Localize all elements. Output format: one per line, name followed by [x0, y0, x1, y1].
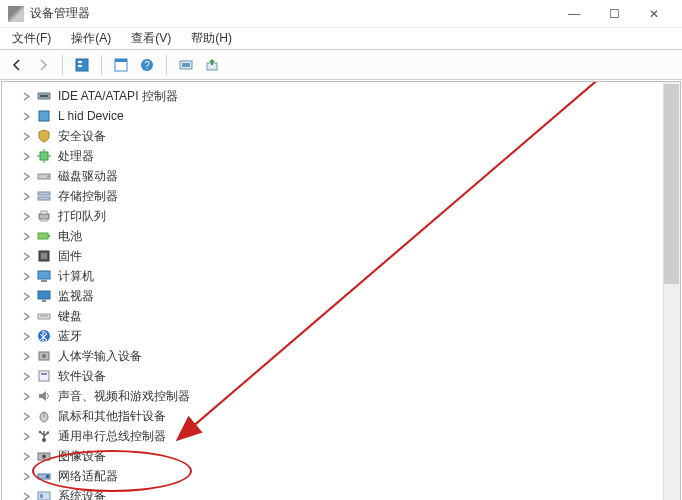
svg-rect-28	[41, 253, 47, 259]
back-button[interactable]	[6, 54, 28, 76]
storage-controller-icon	[36, 188, 52, 204]
update-driver-button[interactable]	[201, 54, 223, 76]
expand-toggle[interactable]	[20, 310, 32, 322]
imaging-device-icon	[36, 448, 52, 464]
scan-button[interactable]	[175, 54, 197, 76]
expand-toggle[interactable]	[20, 190, 32, 202]
system-device-icon	[36, 488, 52, 500]
bluetooth-icon	[36, 328, 52, 344]
svg-point-19	[47, 176, 49, 178]
expand-toggle[interactable]	[20, 150, 32, 162]
ide-controller-icon	[36, 88, 52, 104]
hid-device-icon	[36, 108, 52, 124]
expand-toggle[interactable]	[20, 390, 32, 402]
toolbar-separator	[101, 55, 102, 75]
menu-help[interactable]: 帮助(H)	[185, 28, 238, 49]
tree-node-sound-controller[interactable]: 声音、视频和游戏控制器	[2, 386, 680, 406]
expand-toggle[interactable]	[20, 130, 32, 142]
menu-action[interactable]: 操作(A)	[65, 28, 117, 49]
device-tree[interactable]: IDE ATA/ATAPI 控制器L hid Device安全设备处理器磁盘驱动…	[2, 82, 680, 500]
security-device-icon	[36, 128, 52, 144]
tree-node-system-device[interactable]: 系统设备	[2, 486, 680, 500]
expand-toggle[interactable]	[20, 230, 32, 242]
expand-toggle[interactable]	[20, 110, 32, 122]
tree-node-label: 软件设备	[58, 368, 106, 385]
usb-controller-icon	[36, 428, 52, 444]
processor-icon	[36, 148, 52, 164]
tree-node-processor[interactable]: 处理器	[2, 146, 680, 166]
toolbar: ?	[0, 50, 682, 80]
svg-rect-32	[42, 300, 46, 302]
expand-toggle[interactable]	[20, 270, 32, 282]
tree-node-ide-controller[interactable]: IDE ATA/ATAPI 控制器	[2, 86, 680, 106]
tree-node-network-adapter[interactable]: 网络适配器	[2, 466, 680, 486]
tree-node-label: 通用串行总线控制器	[58, 428, 166, 445]
tree-node-disk-drive[interactable]: 磁盘驱动器	[2, 166, 680, 186]
tree-node-security-device[interactable]: 安全设备	[2, 126, 680, 146]
svg-rect-25	[38, 233, 48, 239]
expand-toggle[interactable]	[20, 450, 32, 462]
maximize-button[interactable]: ☐	[594, 0, 634, 28]
minimize-button[interactable]: —	[554, 0, 594, 28]
forward-button[interactable]	[32, 54, 54, 76]
expand-toggle[interactable]	[20, 430, 32, 442]
svg-rect-31	[38, 291, 50, 299]
expand-toggle[interactable]	[20, 330, 32, 342]
tree-node-software-device[interactable]: 软件设备	[2, 366, 680, 386]
scrollbar-thumb[interactable]	[664, 84, 679, 284]
tree-node-computer[interactable]: 计算机	[2, 266, 680, 286]
expand-toggle[interactable]	[20, 90, 32, 102]
properties-button[interactable]	[110, 54, 132, 76]
tree-node-label: 系统设备	[58, 488, 106, 501]
tree-node-print-queue[interactable]: 打印队列	[2, 206, 680, 226]
tree-node-monitor[interactable]: 监视器	[2, 286, 680, 306]
scrollbar-track[interactable]	[663, 82, 680, 500]
expand-toggle[interactable]	[20, 410, 32, 422]
svg-point-46	[39, 431, 41, 433]
tree-node-firmware[interactable]: 固件	[2, 246, 680, 266]
keyboard-icon	[36, 308, 52, 324]
tree-node-storage-controller[interactable]: 存储控制器	[2, 186, 680, 206]
tree-node-label: 鼠标和其他指针设备	[58, 408, 166, 425]
tree-node-label: 蓝牙	[58, 328, 82, 345]
print-queue-icon	[36, 208, 52, 224]
tree-node-imaging-device[interactable]: 图像设备	[2, 446, 680, 466]
toolbar-separator	[62, 55, 63, 75]
tree-node-label: L hid Device	[58, 109, 124, 123]
expand-toggle[interactable]	[20, 210, 32, 222]
help-button[interactable]: ?	[136, 54, 158, 76]
svg-rect-23	[41, 211, 47, 214]
svg-point-37	[42, 354, 46, 358]
show-tree-button[interactable]	[71, 54, 93, 76]
menu-file[interactable]: 文件(F)	[6, 28, 57, 49]
expand-toggle[interactable]	[20, 370, 32, 382]
expand-toggle[interactable]	[20, 470, 32, 482]
tree-node-hid[interactable]: 人体学输入设备	[2, 346, 680, 366]
tree-node-label: IDE ATA/ATAPI 控制器	[58, 88, 178, 105]
svg-rect-2	[78, 65, 82, 67]
expand-toggle[interactable]	[20, 350, 32, 362]
svg-rect-24	[41, 219, 47, 221]
expand-toggle[interactable]	[20, 490, 32, 500]
expand-toggle[interactable]	[20, 290, 32, 302]
svg-point-49	[42, 455, 46, 459]
svg-rect-1	[78, 61, 82, 63]
expand-toggle[interactable]	[20, 170, 32, 182]
tree-node-usb-controller[interactable]: 通用串行总线控制器	[2, 426, 680, 446]
expand-toggle[interactable]	[20, 250, 32, 262]
tree-node-battery[interactable]: 电池	[2, 226, 680, 246]
tree-node-bluetooth[interactable]: 蓝牙	[2, 326, 680, 346]
tree-node-label: 固件	[58, 248, 82, 265]
svg-rect-26	[48, 235, 50, 237]
tree-node-mouse[interactable]: 鼠标和其他指针设备	[2, 406, 680, 426]
close-button[interactable]: ✕	[634, 0, 674, 28]
battery-icon	[36, 228, 52, 244]
title-bar: 设备管理器 — ☐ ✕	[0, 0, 682, 28]
svg-rect-29	[38, 271, 50, 279]
svg-rect-38	[39, 371, 49, 381]
tree-node-keyboard[interactable]: 键盘	[2, 306, 680, 326]
tree-node-label: 图像设备	[58, 448, 106, 465]
menu-view[interactable]: 查看(V)	[125, 28, 177, 49]
tree-node-hid-device[interactable]: L hid Device	[2, 106, 680, 126]
tree-node-label: 安全设备	[58, 128, 106, 145]
